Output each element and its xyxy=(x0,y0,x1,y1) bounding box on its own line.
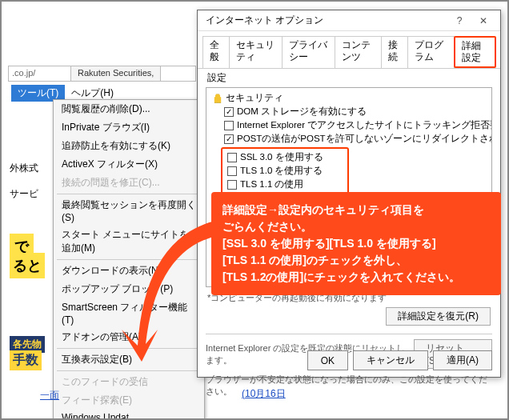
dialog-title-bar: インターネット オプション ? ✕ xyxy=(198,10,500,31)
dialog-tabs: 全般 セキュリティ プライバシー コンテンツ 接続 プログラム 詳細設定 xyxy=(198,31,500,69)
page-link[interactable]: 一面 xyxy=(40,389,59,402)
tree-item-ssl30[interactable]: SSL 3.0 を使用する xyxy=(224,150,346,164)
dialog-title: インターネット オプション xyxy=(206,14,447,27)
help-icon[interactable]: ? xyxy=(447,15,471,26)
page-fragment: サービ xyxy=(10,187,38,201)
menu-item[interactable]: InPrivate ブラウズ(I) xyxy=(54,118,204,137)
tab-privacy[interactable]: プライバシー xyxy=(282,36,335,68)
checkbox[interactable] xyxy=(227,166,237,176)
browser-tab[interactable]: Rakuten Securities, xyxy=(70,66,161,82)
checkbox[interactable] xyxy=(224,121,234,130)
tab-advanced[interactable]: 詳細設定 xyxy=(454,36,496,68)
menu-item[interactable]: 閲覧履歴の削除(D)... xyxy=(54,100,204,118)
separator xyxy=(57,370,201,371)
tree-item-tls10[interactable]: TLS 1.0 を使用する xyxy=(224,164,346,178)
menu-item: このフィードの受信 xyxy=(54,373,204,391)
restore-advanced-button[interactable]: 詳細設定を復元(R) xyxy=(386,307,491,326)
checkbox[interactable] xyxy=(227,180,237,190)
dialog-buttons: OK キャンセル 適用(A) xyxy=(307,350,492,370)
menu-item[interactable]: Windows Updat xyxy=(54,410,204,420)
instruction-callout: 詳細設定→設定内のセキュリティ項目を ごらんください。 [SSL 3.0 を使用… xyxy=(211,192,501,295)
close-icon[interactable]: ✕ xyxy=(471,15,495,26)
tree-head-label: セキュリティ xyxy=(226,92,283,104)
tab-programs[interactable]: プログラム xyxy=(407,36,455,68)
background-link[interactable]: (10月16日 xyxy=(242,387,286,401)
apply-button[interactable]: 適用(A) xyxy=(433,350,492,370)
tree-item-tls11[interactable]: TLS 1.1 の使用 xyxy=(224,178,346,191)
tree-item[interactable]: DOM ストレージを有効にする xyxy=(211,105,487,118)
tab-connections[interactable]: 接続 xyxy=(381,36,408,68)
checkbox[interactable] xyxy=(227,153,237,162)
menu-item: フィード探索(E) xyxy=(54,391,204,410)
tree-item[interactable]: POSTの送信がPOSTを許可しないゾーンにリダイレクトされた場合に警 xyxy=(211,132,487,146)
tab-general[interactable]: 全般 xyxy=(202,36,230,68)
page-fragment: 外株式 xyxy=(10,162,38,175)
tab-content[interactable]: コンテンツ xyxy=(335,36,382,68)
menu-item: 接続の問題を修正(C)... xyxy=(54,174,204,192)
tree-item[interactable]: Internet Explorer でアクセスしたサイトにトラッキング拒否要求を… xyxy=(211,118,487,132)
checkbox[interactable] xyxy=(224,107,234,117)
page-fragment: 手数 xyxy=(10,350,42,370)
checkbox[interactable] xyxy=(224,134,234,144)
tree-security-head: セキュリティ xyxy=(211,91,487,105)
menu-item[interactable]: 追跡防止を有効にする(K) xyxy=(54,137,204,155)
page-fragment: ると xyxy=(10,253,45,278)
menu-item[interactable]: ActiveX フィルター(X) xyxy=(54,155,204,174)
ok-button[interactable]: OK xyxy=(307,350,348,370)
cancel-button[interactable]: キャンセル xyxy=(353,350,428,370)
tab-security[interactable]: セキュリティ xyxy=(229,36,283,68)
lock-icon xyxy=(213,94,222,103)
settings-group-label: 設定 xyxy=(198,69,500,84)
